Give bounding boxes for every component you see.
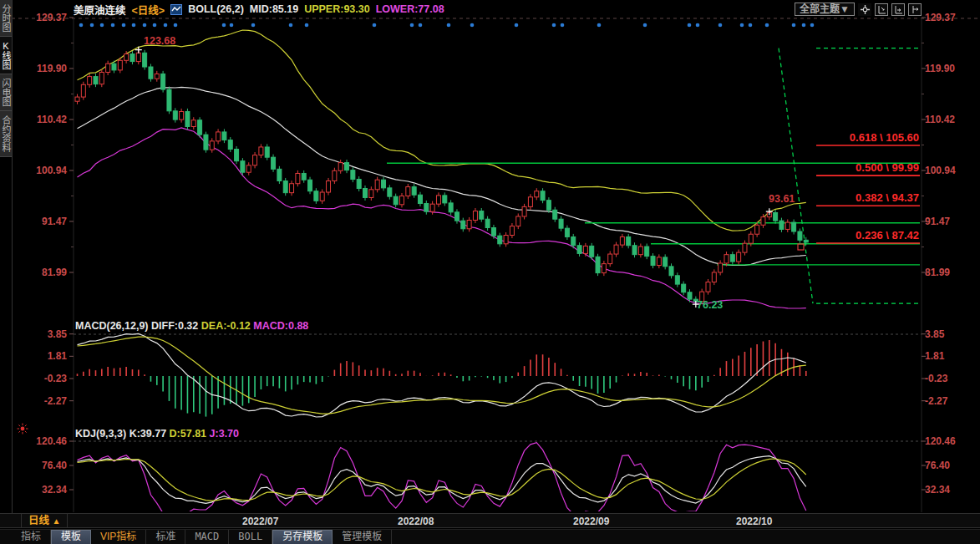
fib-level-label[interactable]: 0.236 \ 87.42	[802, 229, 919, 241]
axis-label: 129.37	[925, 12, 956, 23]
tab-7[interactable]: 另存模板	[272, 530, 333, 544]
event-dot[interactable]	[597, 23, 602, 28]
sidebar-item-1[interactable]: 分时图	[0, 0, 12, 37]
candle-up	[718, 263, 723, 272]
x-axis-row: 日线 ▲ 2022/072022/082022/092022/10	[0, 513, 980, 528]
event-dot[interactable]	[419, 23, 423, 28]
candle-down	[272, 157, 276, 169]
event-dot[interactable]	[696, 23, 700, 28]
event-dot[interactable]	[749, 23, 753, 28]
event-dot[interactable]	[122, 23, 126, 28]
event-dot[interactable]	[470, 23, 475, 28]
event-dot[interactable]	[515, 23, 519, 28]
anchor-cross-marker[interactable]	[135, 47, 142, 53]
event-dot[interactable]	[153, 23, 157, 28]
event-dot[interactable]	[164, 23, 168, 28]
event-dot[interactable]	[143, 23, 147, 28]
event-dot[interactable]	[792, 23, 796, 28]
candle-down	[265, 147, 269, 157]
event-dot[interactable]	[79, 23, 84, 28]
tab-4[interactable]: 标准	[146, 530, 185, 544]
tab-3[interactable]: VIP指标	[91, 530, 146, 544]
axis-label: 91.47	[925, 216, 950, 227]
axis-label: 110.42	[925, 114, 955, 125]
candle-down	[627, 236, 631, 245]
candle-up	[737, 252, 741, 262]
event-dot[interactable]	[688, 23, 692, 28]
candle-down	[449, 203, 453, 212]
event-dot[interactable]	[561, 23, 565, 28]
axis-label: 100.94	[925, 165, 956, 176]
event-dot[interactable]	[132, 23, 136, 28]
event-dot[interactable]	[230, 23, 234, 28]
theme-dropdown-button[interactable]: 全部主题▼	[795, 3, 855, 16]
event-dot[interactable]	[289, 23, 293, 28]
candle-up	[296, 173, 300, 183]
event-dot[interactable]	[305, 23, 309, 28]
month-label: 2022/07	[242, 515, 278, 528]
sidebar-item-3[interactable]: 闪电图	[0, 74, 12, 111]
candle-down	[565, 228, 569, 236]
kdj-header: KDJ(9,3,3) K:39.77 D:57.81 J:3.70	[75, 428, 239, 440]
candle-down	[418, 195, 422, 203]
candle-down	[351, 170, 355, 180]
event-dot[interactable]	[111, 23, 115, 28]
alert-indicator-icon[interactable]	[18, 424, 28, 435]
macd-header: MACD(26,12,9) DIFF:0.32 DEA:-0.12 MACD:0…	[75, 320, 308, 332]
candle-down	[204, 135, 208, 150]
candle-down	[688, 292, 692, 299]
fib-level-label[interactable]: 0.618 \ 105.60	[802, 131, 919, 144]
crosshair-icon[interactable]	[858, 3, 871, 16]
candle-down	[577, 246, 581, 254]
tab-1[interactable]: 指标	[12, 530, 51, 544]
candle-down	[394, 196, 398, 205]
period-selector[interactable]: 日线 ▲	[21, 514, 68, 527]
candle-down	[669, 267, 673, 276]
chart-canvas	[0, 0, 980, 544]
peak-price-annotation: 123.68	[144, 35, 175, 47]
candle-up	[320, 192, 324, 201]
candle-up	[210, 141, 214, 150]
candle-down	[498, 236, 502, 244]
event-dot[interactable]	[373, 23, 377, 28]
event-dot[interactable]	[222, 23, 226, 28]
sidebar-item-2[interactable]: K线图	[0, 37, 12, 74]
candle-down	[682, 284, 686, 292]
candle-down	[235, 150, 239, 161]
event-dot[interactable]	[552, 23, 556, 28]
candle-down	[112, 64, 116, 70]
candle-down	[424, 204, 429, 212]
event-dot[interactable]	[765, 23, 769, 28]
chart-type-sidebar: 分时图K线图闪电图合约资料	[0, 0, 13, 513]
candle-down	[651, 257, 655, 266]
event-dot[interactable]	[740, 23, 744, 28]
candle-up	[436, 196, 440, 204]
candle-down	[779, 221, 784, 229]
candle-down	[454, 212, 459, 221]
event-dot[interactable]	[810, 23, 815, 28]
event-dot[interactable]	[643, 23, 647, 28]
event-dot[interactable]	[718, 23, 723, 28]
drag-handle-marker[interactable]	[798, 244, 804, 250]
tab-2[interactable]: 模板	[51, 530, 91, 544]
event-dot[interactable]	[802, 23, 806, 28]
tab-8[interactable]: 管理模板	[333, 530, 392, 544]
event-dot[interactable]	[251, 23, 256, 28]
event-dot[interactable]	[90, 23, 94, 28]
tab-5[interactable]: MACD	[185, 530, 229, 544]
restore-scale-icon[interactable]	[908, 3, 922, 16]
candle-up	[136, 53, 140, 61]
fib-level-label[interactable]: 0.382 \ 94.37	[802, 191, 919, 204]
candle-up	[88, 77, 92, 85]
event-dot[interactable]	[100, 23, 104, 28]
scale-y-axis-icon[interactable]	[875, 3, 888, 16]
sidebar-item-4[interactable]: 合约资料	[0, 111, 12, 157]
scale-x-axis-icon[interactable]	[891, 3, 905, 16]
event-dot[interactable]	[410, 23, 414, 28]
macd-dea-value: DEA:-0.12	[201, 320, 251, 332]
tab-6[interactable]: BOLL	[229, 530, 272, 544]
event-dot[interactable]	[174, 23, 178, 28]
event-dot[interactable]	[447, 23, 451, 28]
candle-up	[155, 74, 159, 79]
fib-level-label[interactable]: 0.500 \ 99.99	[802, 161, 919, 174]
